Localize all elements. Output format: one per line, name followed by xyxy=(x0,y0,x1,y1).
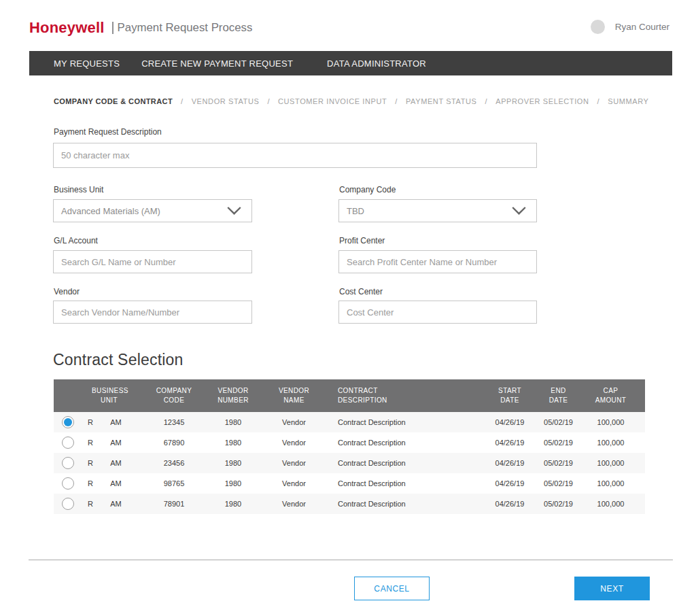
table-row[interactable]: R AM 67890 1980 Vendor Contract Descript… xyxy=(54,432,645,453)
cell-end-date: 05/02/19 xyxy=(540,439,576,447)
stepper-step[interactable]: SUMMARY xyxy=(608,97,648,105)
cell-vendor-number: 1980 xyxy=(215,500,251,508)
cell-contract-description: Contract Description xyxy=(336,479,479,487)
vendor-label: Vendor xyxy=(54,287,80,296)
cell-r: R xyxy=(82,459,99,467)
contract-radio[interactable] xyxy=(62,498,74,510)
cell-business-unit: AM xyxy=(99,459,133,467)
cell-cap-amount: 100,000 xyxy=(576,418,645,426)
column-header: COMPANY CODE xyxy=(133,386,215,405)
nav-item[interactable]: DATA ADMINISTRATOR xyxy=(316,52,437,75)
cell-vendor-name: Vendor xyxy=(251,459,336,467)
stepper-separator: / xyxy=(597,97,600,105)
business-unit-label: Business Unit xyxy=(54,185,103,194)
stepper-step-label: CUSTOMER INVOICE INPUT xyxy=(278,97,387,105)
stepper-step[interactable]: CUSTOMER INVOICE INPUT / xyxy=(278,97,406,105)
cell-cap-amount: 100,000 xyxy=(576,500,645,508)
nav-item-label: DATA ADMINISTRATOR xyxy=(327,58,426,69)
table-row[interactable]: R AM 23456 1980 Vendor Contract Descript… xyxy=(54,453,645,473)
page: Honeywell Payment Request Process Ryan C… xyxy=(0,0,696,616)
cell-company-code: 98765 xyxy=(133,479,215,487)
stepper-step[interactable]: VENDOR STATUS / xyxy=(192,97,278,105)
cell-vendor-number: 1980 xyxy=(215,418,251,426)
company-code-label: Company Code xyxy=(339,185,396,194)
contract-table: BUSINESS UNITCOMPANY CODEVENDOR NUMBERVE… xyxy=(54,379,645,514)
column-header: BUSINESS UNIT xyxy=(92,386,126,405)
footer-divider xyxy=(29,560,673,560)
user-avatar[interactable] xyxy=(591,20,605,34)
stepper-step[interactable]: COMPANY CODE & CONTRACT / xyxy=(54,97,192,105)
column-header: END DATE xyxy=(540,386,576,405)
business-unit-value: Advanced Materials (AM) xyxy=(61,206,160,216)
business-unit-select[interactable]: Advanced Materials (AM) xyxy=(53,199,252,222)
nav-item[interactable]: CREATE NEW PAYMENT REQUEST xyxy=(130,52,304,75)
nav-item[interactable]: MY REQUESTS xyxy=(43,52,130,75)
cell-start-date: 04/26/19 xyxy=(479,439,540,447)
stepper-separator: / xyxy=(485,97,488,105)
chevron-down-icon xyxy=(227,207,241,215)
cell-business-unit: AM xyxy=(99,500,133,508)
cell-contract-description: Contract Description xyxy=(336,459,479,467)
cell-end-date: 05/02/19 xyxy=(540,500,576,508)
user-name: Ryan Courter xyxy=(615,22,669,32)
cell-start-date: 04/26/19 xyxy=(479,479,540,487)
main-nav: MY REQUESTSCREATE NEW PAYMENT REQUESTDAT… xyxy=(29,51,672,75)
cell-company-code: 12345 xyxy=(133,418,215,426)
table-row[interactable]: R AM 12345 1980 Vendor Contract Descript… xyxy=(54,412,645,432)
cell-vendor-name: Vendor xyxy=(251,439,336,447)
stepper-separator: / xyxy=(395,97,398,105)
next-button[interactable]: NEXT xyxy=(574,577,650,600)
contract-radio[interactable] xyxy=(62,416,74,428)
column-header: VENDOR NUMBER xyxy=(215,386,251,405)
cell-r: R xyxy=(82,500,99,508)
column-header: CAP AMOUNT xyxy=(576,386,645,405)
brand-bar: Honeywell Payment Request Process xyxy=(29,18,252,38)
stepper-separator: / xyxy=(181,97,184,105)
stepper-separator: / xyxy=(267,97,270,105)
cost-center-label: Cost Center xyxy=(339,287,383,296)
cell-end-date: 05/02/19 xyxy=(540,479,576,487)
description-input[interactable] xyxy=(53,143,537,168)
contract-radio[interactable] xyxy=(62,477,74,490)
cell-contract-description: Contract Description xyxy=(336,418,479,426)
stepper-step[interactable]: PAYMENT STATUS / xyxy=(406,97,495,105)
contract-table-header: BUSINESS UNITCOMPANY CODEVENDOR NUMBERVE… xyxy=(54,379,645,412)
profit-center-label: Profit Center xyxy=(339,236,385,245)
cancel-button[interactable]: CANCEL xyxy=(354,577,430,600)
app-title: Payment Request Process xyxy=(118,21,253,35)
cell-vendor-name: Vendor xyxy=(251,479,336,487)
contract-radio[interactable] xyxy=(62,437,74,449)
nav-item-label: CREATE NEW PAYMENT REQUEST xyxy=(141,58,293,69)
cell-r: R xyxy=(82,439,99,447)
section-title: Contract Selection xyxy=(53,351,184,369)
cell-start-date: 04/26/19 xyxy=(479,500,540,508)
gl-account-input[interactable] xyxy=(53,250,252,273)
stepper-step-label: VENDOR STATUS xyxy=(192,97,260,105)
cell-end-date: 05/02/19 xyxy=(540,418,576,426)
cell-business-unit: AM xyxy=(99,418,133,426)
cell-contract-description: Contract Description xyxy=(336,439,479,447)
table-row[interactable]: R AM 78901 1980 Vendor Contract Descript… xyxy=(54,494,645,514)
user-menu[interactable]: Ryan Courter xyxy=(591,20,669,34)
cell-start-date: 04/26/19 xyxy=(479,418,540,426)
table-row[interactable]: R AM 98765 1980 Vendor Contract Descript… xyxy=(54,473,645,494)
cell-r: R xyxy=(82,479,99,487)
brand-divider xyxy=(112,22,114,34)
cell-vendor-number: 1980 xyxy=(215,479,251,487)
contract-radio[interactable] xyxy=(62,457,74,469)
vendor-input[interactable] xyxy=(53,301,252,324)
company-code-select[interactable]: TBD xyxy=(338,199,537,222)
cell-company-code: 67890 xyxy=(133,439,215,447)
stepper-step-label: COMPANY CODE & CONTRACT xyxy=(54,97,173,105)
profit-center-input[interactable] xyxy=(338,250,537,273)
cell-cap-amount: 100,000 xyxy=(576,479,645,487)
cell-business-unit: AM xyxy=(99,479,133,487)
nav-item-label: MY REQUESTS xyxy=(54,58,120,69)
stepper-step[interactable]: APPROVER SELECTION / xyxy=(495,97,608,105)
cell-business-unit: AM xyxy=(99,439,133,447)
cell-cap-amount: 100,000 xyxy=(576,459,645,467)
contract-table-body: R AM 12345 1980 Vendor Contract Descript… xyxy=(54,412,645,514)
cell-cap-amount: 100,000 xyxy=(576,439,645,447)
cost-center-input[interactable] xyxy=(338,301,537,324)
stepper-step-label: PAYMENT STATUS xyxy=(406,97,477,105)
